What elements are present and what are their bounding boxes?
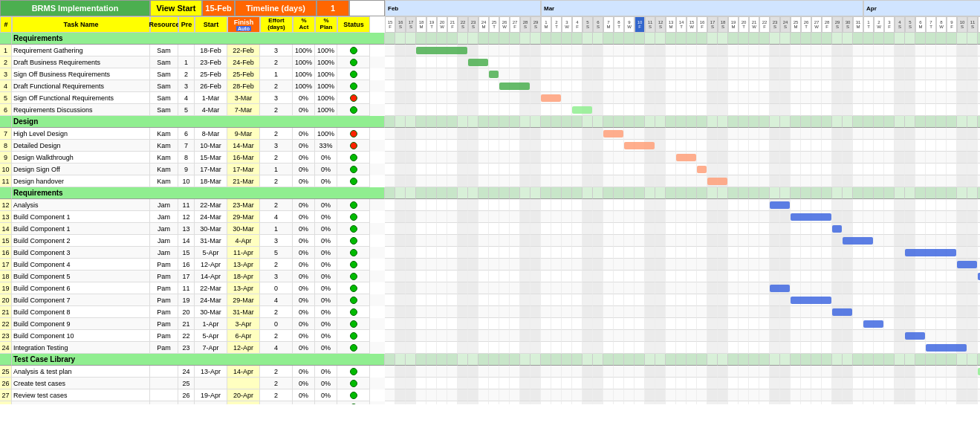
- task-pct-plan: 0%: [315, 235, 337, 247]
- gantt-task-row: [385, 271, 980, 282]
- task-name: Design Walkthrough: [12, 152, 150, 164]
- section-label: Test Case Library: [12, 354, 385, 366]
- task-num: 16: [0, 247, 12, 259]
- gantt-task-row: [385, 259, 980, 271]
- gantt-task-row: [385, 294, 980, 306]
- task-num: 21: [0, 306, 12, 318]
- task-start: [195, 401, 227, 404]
- section-label: Requirements: [12, 33, 385, 45]
- day-header-19: 5 S: [583, 16, 593, 33]
- task-status: [337, 68, 370, 80]
- gantt-section-row: [385, 354, 980, 366]
- day-header-22: 8 T: [614, 16, 624, 33]
- task-name: Analysis: [12, 199, 150, 211]
- task-status: [337, 92, 370, 104]
- task-effort: 3: [260, 92, 293, 104]
- day-header-12: 27 F: [510, 16, 520, 33]
- task-num: 17: [0, 259, 12, 271]
- task-row: 24 Integration Testing Pam 23 7-Apr 12-A…: [0, 342, 385, 354]
- task-row: 12 Analysis Jam 11 22-Mar 23-Mar 2 0% 0%: [0, 199, 385, 211]
- day-header-3: 18 M: [416, 16, 426, 33]
- task-finish: 13-Apr: [227, 282, 260, 294]
- task-resource: [150, 401, 178, 404]
- task-finish: 3-Apr: [227, 318, 260, 330]
- month-header-Feb: Feb: [385, 0, 541, 16]
- task-list: Requirements 1 Requirement Gathering Sam…: [0, 33, 385, 404]
- task-pre: 21: [178, 318, 195, 330]
- task-name: Requirement Gathering: [12, 45, 150, 56]
- task-pct-plan: 100%: [315, 92, 337, 104]
- task-num: 28: [0, 401, 12, 404]
- task-row: 27 Review test cases 26 19-Apr 20-Apr 2 …: [0, 389, 385, 401]
- task-row: 8 Detailed Design Kam 7 10-Mar 14-Mar 3 …: [0, 140, 385, 152]
- task-pct-act: 0%: [293, 294, 315, 306]
- task-num: 10: [0, 164, 12, 175]
- status-dot: [350, 178, 357, 185]
- gantt-task-row: [385, 152, 980, 164]
- day-header-33: 19 M: [728, 16, 739, 33]
- gantt-task-row: [385, 128, 980, 140]
- gantt-task-row: [385, 235, 980, 247]
- task-pre: 22: [178, 330, 195, 342]
- task-num: 19: [0, 282, 12, 294]
- task-pct-act: 0%: [293, 259, 315, 271]
- task-pct-plan: 0%: [315, 199, 337, 211]
- task-pct-act: 0%: [293, 247, 315, 259]
- task-row: 7 High Level Design Kam 6 8-Mar 9-Mar 2 …: [0, 128, 385, 140]
- task-pre: 17: [178, 271, 195, 282]
- task-pct-act: 0%: [293, 401, 315, 404]
- gantt-bar: [468, 59, 488, 66]
- task-status: [337, 104, 370, 116]
- task-pct-act: 0%: [293, 330, 315, 342]
- day-header-28: 14 T: [676, 16, 687, 33]
- gantt-task-row: [385, 342, 980, 354]
- task-effort: 1: [260, 164, 293, 175]
- status-dot: [350, 308, 357, 316]
- gantt-bar: [489, 71, 499, 78]
- task-start: 14-Apr: [195, 271, 227, 282]
- task-pct-act: 0%: [293, 271, 315, 282]
- task-status: [337, 378, 370, 389]
- start-date-label: 15-Feb: [202, 0, 235, 16]
- day-header-18: 4 F: [572, 16, 583, 33]
- task-pct-plan: 0%: [315, 366, 337, 378]
- status-dot: [350, 213, 357, 221]
- task-resource: Kam: [150, 175, 178, 187]
- task-finish: 24-Feb: [227, 56, 260, 68]
- col-status-header: Status: [337, 16, 370, 33]
- task-name: High Level Design: [12, 128, 150, 140]
- view-start-label[interactable]: View Start: [150, 0, 202, 16]
- day-header-15: 1 M: [541, 16, 551, 33]
- task-pre: 1: [178, 56, 195, 68]
- month-header-Mar: Mar: [541, 0, 863, 16]
- task-pre: 15: [178, 247, 195, 259]
- gantt-task-row: [385, 104, 980, 116]
- task-finish: 18-Apr: [227, 271, 260, 282]
- task-name: Requirements Discussions: [12, 104, 150, 116]
- col-finish-header: Finish Auto: [227, 16, 260, 33]
- gantt-bar: [572, 106, 592, 114]
- task-num: 23: [0, 330, 12, 342]
- task-start: 1-Mar: [195, 92, 227, 104]
- task-pct-plan: 0%: [315, 378, 337, 389]
- day-header-6: 21 F: [447, 16, 458, 33]
- task-row: 3 Sign Off Business Requirements Sam 2 2…: [0, 68, 385, 80]
- task-start: 10-Mar: [195, 140, 227, 152]
- task-pre: 8: [178, 152, 195, 164]
- task-effort: 2: [260, 330, 293, 342]
- task-pct-act: 0%: [293, 128, 315, 140]
- gantt-header-days: 15 F 16 S 17 S 18 M 19 T 20 W 21 F 22 S …: [385, 16, 980, 33]
- task-name: Sign Off Functional Requirements: [12, 92, 150, 104]
- task-row: 9 Design Walkthrough Kam 8 15-Mar 16-Mar…: [0, 152, 385, 164]
- day-header-49: 4 S: [895, 16, 905, 33]
- task-name: Build Component 1: [12, 223, 150, 235]
- task-name: Build Component 6: [12, 282, 150, 294]
- task-resource: Pam: [150, 294, 178, 306]
- task-name: Draft Business Requirements: [12, 56, 150, 68]
- task-effort: 4: [260, 294, 293, 306]
- gantt-task-row: [385, 318, 980, 330]
- col-pre-header: Pre: [178, 16, 195, 33]
- gantt-task-row: [385, 56, 980, 68]
- task-row: 22 Build Component 9 Pam 21 1-Apr 3-Apr …: [0, 318, 385, 330]
- task-pct-plan: 100%: [315, 128, 337, 140]
